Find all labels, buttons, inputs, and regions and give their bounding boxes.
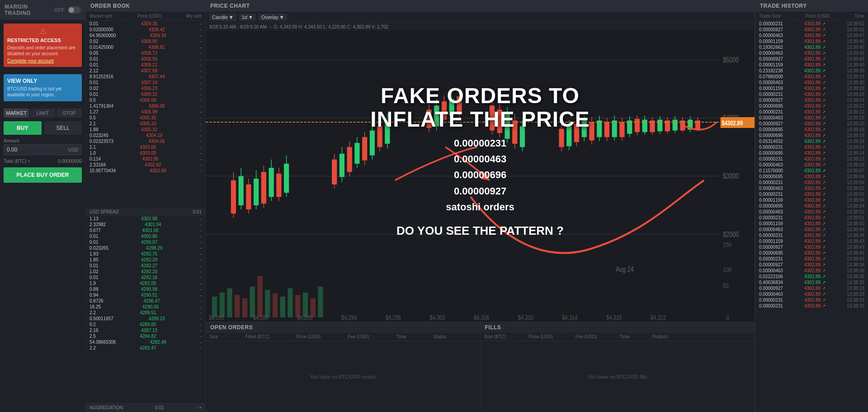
amount-input[interactable] — [7, 147, 68, 153]
trade-size: 0.02223166 — [759, 274, 783, 279]
ask-my-size: - — [200, 62, 202, 67]
bid-my-size: - — [200, 322, 202, 327]
bid-size: 1.93 — [90, 251, 98, 256]
trade-size: 0.00000695 — [759, 151, 783, 156]
tab-market[interactable]: MARKET — [4, 109, 29, 118]
bid-size: 0.01 — [90, 234, 98, 239]
bid-row: 2.16 4287.13 - — [86, 327, 205, 333]
place-buy-order-button[interactable]: PLACE BUY ORDER — [4, 167, 82, 183]
ask-price: 4306.09 — [140, 98, 156, 103]
candle-dropdown[interactable]: Candle ▼ — [209, 14, 236, 21]
trade-size: 0.00000231 — [759, 156, 783, 161]
interval-chevron-icon: ▼ — [248, 14, 253, 20]
trade-size: 0.00000695 — [759, 104, 783, 109]
trade-price: 4302.89 ↗ — [804, 62, 826, 67]
bid-size: 54.08665306 — [90, 340, 116, 345]
svg-text:50: 50 — [723, 282, 728, 290]
tab-stop[interactable]: STOP — [57, 109, 82, 118]
svg-rect-19 — [257, 276, 262, 317]
ask-row: 2.1 4303.06 - — [86, 144, 205, 150]
bid-row: 1.02 4292.20 - — [86, 269, 205, 275]
bid-row: 2.32982 4301.04 - — [86, 222, 205, 227]
margin-trading-toggle[interactable] — [68, 6, 81, 14]
trade-time: 13:39:10 — [847, 162, 864, 167]
ask-size: 1.88 — [90, 127, 98, 132]
trade-time: 13:38:56 — [847, 198, 864, 203]
bid-row: 1.93 4292.75 - — [86, 251, 205, 257]
order-type-tabs: MARKET LIMIT STOP — [4, 109, 82, 118]
col-filled: Filled (BTC) — [245, 334, 269, 339]
trade-history-row: 0.00000231 4302.89 ↗ 13:38:33 — [755, 303, 868, 309]
trade-price: 4302.89 ↗ — [804, 168, 826, 173]
ask-row: 0.02 4308.95 - — [86, 38, 205, 44]
svg-text:100: 100 — [723, 265, 731, 273]
ask-size: 1.0 — [90, 151, 96, 156]
trade-time: 13:38:48 — [847, 227, 864, 232]
bid-price: 4287.13 — [141, 328, 157, 333]
bid-size: 1.9 — [90, 281, 96, 286]
trade-price: 4302.89 ↗ — [804, 186, 826, 191]
bid-price: 4282.48 — [150, 340, 166, 345]
trade-history-row: 0.00000463 4302.89 ↗ 13:39:02 — [755, 185, 868, 191]
chart-area[interactable]: $5000 $4000 $3000 $2000 $1000 0 — [206, 31, 755, 322]
trade-history-row: 0.00000231 4302.89 ↗ 13:38:41 — [755, 256, 868, 262]
trade-price: 4302.89 ↗ — [804, 268, 826, 273]
total-value: 0.00000000 — [58, 159, 82, 164]
trade-time: 13:39:04 — [847, 180, 864, 185]
trade-size: 0.07880000 — [759, 74, 783, 79]
complete-account-link[interactable]: Complete your account — [7, 58, 78, 63]
sell-button[interactable]: SELL — [44, 121, 82, 135]
trade-price: 4302.89 ↗ — [804, 280, 826, 285]
ask-row: 2.33184 4302.92 - — [86, 162, 205, 168]
bid-row: 0.023265 4298.29 - — [86, 245, 205, 251]
ask-my-size: - — [200, 156, 202, 161]
bid-price: 4292.20 — [141, 269, 157, 274]
svg-text:$4,318: $4,318 — [606, 314, 622, 322]
trade-time: 13:38:36 — [847, 268, 864, 273]
bid-row: 0.50011657 4289.23 - — [86, 316, 205, 322]
ask-size: 0.01 — [90, 80, 98, 85]
trade-size: 0.00000463 — [759, 80, 783, 85]
ask-size: 0.01 — [90, 92, 98, 97]
bid-price: 4290.51 — [141, 293, 157, 298]
trade-price: 4302.89 ↗ — [804, 27, 826, 32]
ask-my-size: - — [200, 139, 202, 144]
order-book-columns: Market size Price (USD) My size — [86, 12, 205, 21]
restricted-access-box: ⚠ RESTRICTED ACCESS Deposits and order p… — [4, 24, 82, 67]
svg-rect-20 — [265, 290, 270, 317]
ask-size: 0.01425000 — [90, 45, 113, 50]
amount-label: Amount — [4, 138, 82, 143]
aggregation-label: AGGREGATION — [90, 405, 123, 410]
bid-size: 0.01 — [90, 240, 98, 245]
ask-size: 64.95000000 — [90, 33, 116, 38]
trade-time: 13:38:38 — [847, 262, 864, 267]
no-orders-message: You have no BTC/USD orders — [206, 341, 480, 412]
asks-container: 0.01 4309.36 - 0.02000000 4309.42 - 64.9… — [86, 21, 205, 208]
bid-price: 4289.23 — [149, 316, 165, 321]
tab-limit[interactable]: LIMIT — [30, 109, 55, 118]
aggregation-controls[interactable]: - + — [196, 405, 202, 410]
trade-size: 0.00000927 — [759, 262, 783, 267]
svg-text:150: 150 — [723, 241, 731, 248]
svg-text:$5000: $5000 — [723, 56, 739, 64]
svg-rect-17 — [242, 298, 247, 317]
trade-size: 0.00001159 — [759, 239, 783, 244]
trade-price: 4302.89 ↗ — [804, 151, 826, 156]
overlay-dropdown[interactable]: Overlay ▼ — [259, 14, 287, 21]
bid-price: 4292.16 — [141, 275, 157, 280]
bid-size: 1.13 — [90, 216, 98, 221]
ask-size: 2.1 — [90, 121, 96, 126]
interval-label: 1d — [242, 14, 247, 20]
trade-size: 0.00000231 — [759, 233, 783, 238]
trade-size: 0.00000231 — [759, 92, 783, 97]
trade-history-row: 0.00000927 4302.89 ↗ 13:39:24 — [755, 97, 868, 103]
buy-button[interactable]: BUY — [4, 121, 42, 135]
ask-row: 0.01 4308.21 - — [86, 62, 205, 68]
svg-text:Aug 24: Aug 24 — [616, 265, 634, 273]
interval-dropdown[interactable]: 1d ▼ — [239, 14, 256, 21]
ask-price: 4306.22 — [141, 92, 157, 97]
overlay-chevron-icon: ▼ — [279, 14, 284, 20]
svg-text:0: 0 — [726, 314, 729, 322]
bid-price: 4292.29 — [141, 257, 157, 262]
trade-size: 0.00000231 — [759, 192, 783, 197]
